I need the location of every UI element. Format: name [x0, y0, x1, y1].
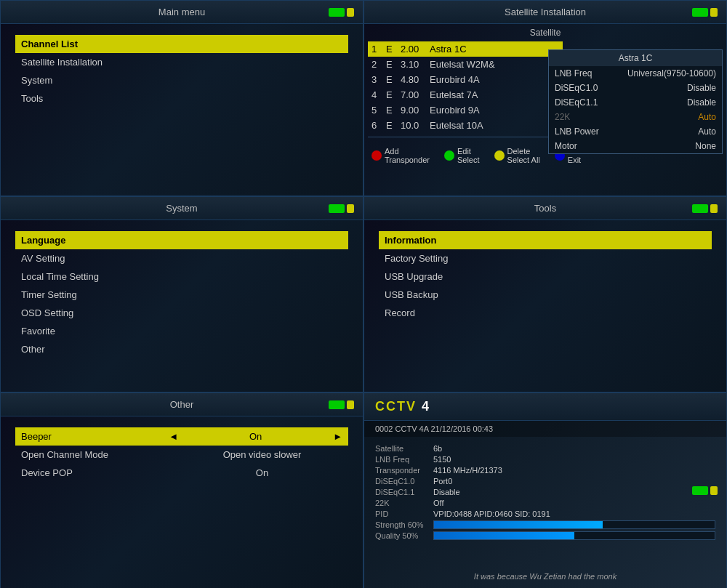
lnb-freq-info-value: 5150 [433, 455, 715, 464]
edit-select-btn[interactable]: Edit Select [444, 147, 480, 164]
tools-badge-green [692, 204, 708, 213]
diseqc10-info-value: Port0 [433, 477, 715, 486]
system-header: System [1, 197, 363, 220]
pid-info-label: PID [375, 510, 433, 518]
cctv-badge-green [692, 486, 708, 495]
sys-item-av[interactable]: AV Setting [15, 249, 348, 267]
lnb-freq-info-label: LNB Freq [375, 455, 433, 464]
other-header: Other [1, 393, 363, 416]
strength-bar-container [433, 520, 715, 529]
quality-bar-bg [433, 531, 715, 540]
delete-selectall-btn[interactable]: Delete Select All [494, 147, 540, 164]
sys-item-language[interactable]: Language [15, 231, 348, 249]
tools-item-info[interactable]: Information [379, 231, 712, 249]
sat-row-5[interactable]: 5 E 9.00 Eurobird 9A [368, 102, 563, 118]
sat-row-6[interactable]: 6 E 10.0 Eutelsat 10A [368, 118, 563, 133]
device-pop-value: On [182, 467, 342, 478]
quality-label: Quality 50% [375, 531, 433, 540]
satellite-subtitle: Satellite [368, 28, 723, 38]
add-transponder-btn[interactable]: Add Transponder [371, 147, 430, 164]
beeper-row[interactable]: Beeper ◄ On ► [15, 427, 348, 446]
header-badge [329, 8, 354, 17]
satellite-header: Satellite Installation [364, 1, 726, 24]
tools-item-record[interactable]: Record [379, 304, 712, 322]
device-pop-label: Device POP [21, 467, 182, 478]
main-menu-title: Main menu [158, 7, 205, 17]
pid-info-row: PID VPID:0488 APID:0460 SID: 0191 [375, 510, 715, 518]
tools-item-usb-upgrade[interactable]: USB Upgrade [379, 267, 712, 286]
other-content: Beeper ◄ On ► Open Channel Mode Open vid… [1, 416, 363, 493]
diseqc10-info-row: DiSEqC1.0 Port0 [375, 477, 715, 486]
system-title: System [166, 203, 197, 214]
lnb-22k-row: 22K Auto [549, 110, 722, 124]
menu-item-system[interactable]: System [15, 71, 348, 89]
22k-info-row: 22K Off [375, 499, 715, 507]
beeper-arrow-left[interactable]: ◄ [169, 431, 178, 442]
bottom-text: It was because Wu Zetian had the monk [364, 572, 726, 581]
add-label: Add [385, 147, 430, 156]
sat-row-1[interactable]: 1 E 2.00 Astra 1C [368, 41, 563, 57]
other-panel: Other Beeper ◄ On ► Open Channel Mode Op… [0, 392, 364, 588]
cctv-logo: CCTV 4 [375, 399, 430, 414]
sys-badge-green [329, 204, 345, 213]
sys-item-osd[interactable]: OSD Setting [15, 304, 348, 322]
lnb-freq-info-row: LNB Freq 5150 [375, 455, 715, 464]
beeper-arrow-right[interactable]: ► [333, 431, 342, 442]
exit-label: Exit [568, 156, 586, 164]
strength-label: Strength 60% [375, 520, 433, 529]
menu-item-tools[interactable]: Tools [15, 89, 348, 108]
edit-label: Edit [457, 147, 480, 156]
main-menu-panel: Main menu Channel List Satellite Install… [0, 0, 364, 196]
sys-item-time[interactable]: Local Time Setting [15, 267, 348, 286]
diseqc11-info-label: DiSEqC1.1 [375, 488, 433, 496]
transponder-label: Transponder [385, 156, 430, 164]
sys-item-other[interactable]: Other [15, 340, 348, 358]
tools-header: Tools [364, 197, 726, 220]
sat-row-3[interactable]: 3 E 4.80 Eurobird 4A [368, 72, 563, 87]
tools-badge [692, 204, 718, 213]
satellite-panel: Satellite Installation Satellite 1 E 2.0… [364, 0, 727, 196]
cctv-info-section: Satellite 6b LNB Freq 5150 Transponder 4… [364, 437, 726, 549]
cctv-number: 4 [422, 399, 430, 414]
lnb-power-row: LNB Power Auto [549, 124, 722, 139]
delete-label: Delete [507, 147, 540, 156]
quality-row: Quality 50% [375, 531, 715, 540]
lnb-freq-row: LNB Freq Universal(9750-10600) [549, 66, 722, 81]
cctv-badge-yellow [710, 486, 718, 495]
other-badge-yellow [347, 400, 354, 409]
menu-item-channel-list[interactable]: Channel List [15, 35, 348, 53]
satellite-badge [692, 8, 718, 17]
red-dot [371, 150, 382, 161]
lnb-popup: Astra 1C LNB Freq Universal(9750-10600) … [548, 49, 723, 154]
transponder-info-label: Transponder [375, 466, 433, 475]
system-badge [329, 204, 354, 213]
system-panel: System Language AV Setting Local Time Se… [0, 196, 364, 392]
cctv-top-info: 0002 CCTV 4A 21/12/2016 00:43 [364, 421, 726, 437]
strength-bar-bg [433, 520, 715, 529]
22k-info-value: Off [433, 499, 715, 507]
beeper-value: On [182, 431, 329, 442]
sat-row-2[interactable]: 2 E 3.10 Eutelsat W2M& [368, 57, 563, 72]
tools-item-factory[interactable]: Factory Setting [379, 249, 712, 267]
select-all-label: Select All [507, 156, 540, 164]
sat-row-4[interactable]: 4 E 7.00 Eutelsat 7A [368, 87, 563, 102]
sys-item-timer[interactable]: Timer Setting [15, 286, 348, 304]
other-badge-green [329, 400, 345, 409]
sys-item-favorite[interactable]: Favorite [15, 322, 348, 340]
channel-mode-row: Open Channel Mode Open video slower [15, 446, 348, 464]
cctv-badge [692, 486, 718, 495]
cctv-channel-info: 0002 CCTV 4A 21/12/2016 00:43 [375, 424, 493, 433]
transponder-info-row: Transponder 4116 MHz/H/21373 [375, 466, 715, 475]
lnb-diseqc10-row: DiSEqC1.0 Disable [549, 81, 722, 95]
satellite-list: 1 E 2.00 Astra 1C 2 E 3.10 Eutelsat W2M&… [368, 41, 563, 133]
yellow-dot [494, 150, 505, 161]
select-label: Select [457, 156, 480, 164]
pid-info-value: VPID:0488 APID:0460 SID: 0191 [433, 510, 715, 518]
menu-item-satellite[interactable]: Satellite Installation [15, 53, 348, 71]
system-content: Language AV Setting Local Time Setting T… [1, 220, 363, 369]
22k-info-label: 22K [375, 499, 433, 507]
satellite-info-label: Satellite [375, 444, 433, 453]
badge-yellow [347, 8, 354, 17]
transponder-info-value: 4116 MHz/H/21373 [433, 466, 715, 475]
tools-item-usb-backup[interactable]: USB Backup [379, 286, 712, 304]
